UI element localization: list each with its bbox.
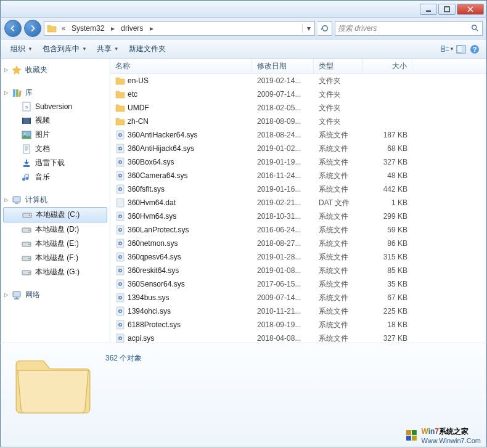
breadcrumb-segment[interactable]: System32 [68,22,108,35]
file-row[interactable]: 6188Protect.sys 2018-09-19... 系统文件 18 KB [110,318,486,332]
file-row[interactable]: 360AntiHacker64.sys 2018-08-24... 系统文件 1… [110,128,486,142]
dropdown-icon[interactable]: ▾ [302,24,314,33]
collapse-icon[interactable]: ▷ [4,197,8,203]
details-count: 362 个对象 [105,349,142,364]
search-placeholder: 搜索 drivers [338,23,377,34]
search-icon [471,24,480,33]
include-in-library-menu[interactable]: 包含到库中▼ [38,41,92,57]
file-row[interactable]: zh-CN 2018-08-09... 文件夹 [110,115,486,128]
sys-icon [115,144,125,153]
refresh-button[interactable] [317,21,332,36]
computer-icon [12,195,22,205]
sidebar-network-header[interactable]: ▷ 网络 [1,288,110,302]
sys-icon [115,306,125,316]
file-row[interactable]: 360fsflt.sys 2019-01-16... 系统文件 442 KB [110,182,486,196]
sys-icon [115,252,125,262]
file-row[interactable]: 360LanProtect.sys 2016-06-24... 系统文件 59 … [110,223,486,237]
column-size[interactable]: 大小 [363,59,412,73]
sys-icon [115,320,125,330]
drive-icon [22,267,31,277]
sidebar-item-drive[interactable]: 本地磁盘 (F:) [1,251,110,265]
sidebar-favorites-header[interactable]: ▷ 收藏夹 [1,63,110,77]
column-date[interactable]: 修改日期 [252,59,314,73]
watermark-brand: Win7系统之家 [421,426,481,437]
file-row[interactable]: 1394bus.sys 2009-07-14... 系统文件 67 KB [110,291,486,304]
svg-rect-28 [441,46,444,48]
file-row[interactable]: 360netmon.sys 2018-08-27... 系统文件 86 KB [110,237,486,250]
svg-rect-25 [426,10,431,12]
address-bar: « System32 ▸ drivers ▸ ▾ 搜索 drivers [0,17,487,39]
help-button[interactable]: ? [468,43,481,56]
video-icon [22,116,31,126]
chevron-right-icon[interactable]: ▸ [108,24,117,33]
svg-rect-26 [444,7,449,12]
folder-icon [115,76,125,86]
file-row[interactable]: en-US 2019-02-14... 文件夹 [110,74,486,88]
drive-icon [22,210,32,220]
preview-pane-button[interactable] [454,43,468,56]
forward-button[interactable] [24,20,41,37]
file-row[interactable]: 360AntiHijack64.sys 2019-01-02... 系统文件 6… [110,142,486,155]
new-folder-button[interactable]: 新建文件夹 [124,41,171,57]
column-type[interactable]: 类型 [314,59,363,73]
navigation-pane: ▷ 收藏夹 ▷ 库 Subversion视频图片文档迅雷下载音乐 ▷ 计算机 本… [1,59,110,343]
library-icon [12,88,22,98]
minimize-button[interactable] [420,4,437,15]
sidebar-item-drive[interactable]: 本地磁盘 (C:) [3,207,107,222]
dat-icon [115,198,125,208]
view-options-button[interactable]: ▼ [441,43,454,56]
main-area: ▷ 收藏夹 ▷ 库 Subversion视频图片文档迅雷下载音乐 ▷ 计算机 本… [0,59,487,343]
share-menu[interactable]: 共享▼ [92,41,124,57]
sys-icon [115,157,125,167]
sidebar-item-drive[interactable]: 本地磁盘 (D:) [1,222,110,237]
download-icon [22,158,31,168]
column-name[interactable]: 名称 [110,59,252,73]
search-input[interactable]: 搜索 drivers [335,21,483,36]
breadcrumb-segment[interactable]: drivers [117,22,147,35]
sidebar-libraries-header[interactable]: ▷ 库 [1,86,110,100]
sidebar-item[interactable]: Subversion [1,100,110,113]
expand-icon[interactable]: ▷ [4,292,8,298]
svg-text:?: ? [473,46,477,53]
expand-icon[interactable]: ▷ [4,67,8,73]
folder-icon [47,23,57,33]
sys-icon [115,293,125,303]
sidebar-item-drive[interactable]: 本地磁盘 (E:) [1,237,110,251]
file-row[interactable]: 360reskit64.sys 2019-01-08... 系统文件 85 KB [110,264,486,277]
sidebar-item[interactable]: 文档 [1,142,110,156]
organize-menu[interactable]: 组织▼ [6,41,38,57]
drive-icon [22,239,31,249]
file-row[interactable]: 360Hvm64.dat 2019-02-21... DAT 文件 1 KB [110,196,486,210]
sys-icon [115,184,125,194]
back-button[interactable] [4,20,22,37]
file-row[interactable]: 1394ohci.sys 2010-11-21... 系统文件 225 KB [110,304,486,318]
file-row[interactable]: 360Box64.sys 2019-01-19... 系统文件 327 KB [110,155,486,169]
close-button[interactable] [457,4,484,15]
file-row[interactable]: 360qpesv64.sys 2019-01-28... 系统文件 315 KB [110,250,486,264]
sys-icon [115,333,125,343]
maximize-button[interactable] [438,4,456,15]
file-row[interactable]: 360Hvm64.sys 2018-10-31... 系统文件 299 KB [110,210,486,223]
sys-icon [115,279,125,289]
file-row[interactable]: UMDF 2018-02-05... 文件夹 [110,101,486,115]
column-headers: 名称 修改日期 类型 大小 [110,59,486,74]
sidebar-item[interactable]: 音乐 [1,170,110,184]
sidebar-item[interactable]: 图片 [1,128,110,142]
folder-large-icon [13,349,93,417]
chevron-right-icon[interactable]: ▸ [147,24,156,33]
file-row[interactable]: etc 2009-07-14... 文件夹 [110,88,486,101]
network-icon [12,290,22,300]
sidebar-computer-header[interactable]: ▷ 计算机 [1,193,110,207]
breadcrumb[interactable]: « System32 ▸ drivers ▸ ▾ [44,21,315,36]
sidebar-item[interactable]: 视频 [1,113,110,128]
music-icon [22,173,31,182]
sys-icon [115,238,125,248]
chevron-left-icon[interactable]: « [59,24,68,33]
sidebar-item-drive[interactable]: 本地磁盘 (G:) [1,265,110,279]
collapse-icon[interactable]: ▷ [4,90,8,96]
sidebar-item[interactable]: 迅雷下载 [1,156,110,170]
file-row[interactable]: acpi.sys 2018-04-08... 系统文件 327 KB [110,332,486,343]
sys-icon [115,171,125,181]
file-row[interactable]: 360Camera64.sys 2016-11-24... 系统文件 48 KB [110,169,486,182]
file-row[interactable]: 360Sensor64.sys 2017-06-15... 系统文件 35 KB [110,277,486,291]
